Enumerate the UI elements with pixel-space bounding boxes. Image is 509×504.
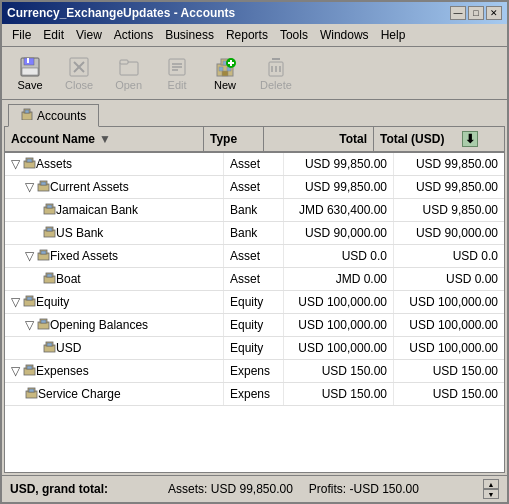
minimize-button[interactable]: — bbox=[450, 6, 466, 20]
menu-view[interactable]: View bbox=[70, 26, 108, 44]
table-row[interactable]: ▽ Opening Balances Equity USD 100,000.00… bbox=[5, 314, 504, 337]
svg-rect-3 bbox=[27, 58, 29, 63]
expand-chevron[interactable]: ▽ bbox=[25, 180, 35, 194]
tab-accounts-label: Accounts bbox=[37, 109, 86, 123]
cell-total-usd: USD 150.00 bbox=[394, 383, 504, 405]
row-icon bbox=[23, 363, 36, 379]
open-button[interactable]: Open bbox=[106, 51, 151, 95]
open-label: Open bbox=[115, 79, 142, 91]
row-icon bbox=[37, 179, 50, 195]
table-row[interactable]: Boat Asset JMD 0.00 USD 0.00 bbox=[5, 268, 504, 291]
table-row[interactable]: US Bank Bank USD 90,000.00 USD 90,000.00 bbox=[5, 222, 504, 245]
header-total-usd: Total (USD) ⬇ bbox=[374, 127, 484, 151]
svg-rect-62 bbox=[29, 389, 34, 392]
row-icon bbox=[23, 294, 36, 310]
cell-name: USD bbox=[5, 337, 224, 359]
cell-total: JMD 0.00 bbox=[284, 268, 394, 290]
cell-total-usd: USD 150.00 bbox=[394, 360, 504, 382]
cell-name: ▽ Fixed Assets bbox=[5, 245, 224, 267]
table-row[interactable]: ▽ Equity Equity USD 100,000.00 USD 100,0… bbox=[5, 291, 504, 314]
cell-type: Equity bbox=[224, 337, 284, 359]
cell-total-usd: USD 100,000.00 bbox=[394, 314, 504, 336]
row-icon bbox=[23, 156, 36, 172]
row-icon bbox=[25, 386, 38, 402]
cell-name: Jamaican Bank bbox=[5, 199, 224, 221]
svg-rect-53 bbox=[41, 320, 46, 323]
tab-accounts[interactable]: Accounts bbox=[8, 104, 99, 127]
expand-chevron[interactable]: ▽ bbox=[11, 157, 21, 171]
table-row[interactable]: ▽ Fixed Assets Asset USD 0.0 USD 0.0 bbox=[5, 245, 504, 268]
table-row[interactable]: USD Equity USD 100,000.00 USD 100,000.00 bbox=[5, 337, 504, 360]
main-window: Currency_ExchangeUpdates - Accounts — □ … bbox=[0, 0, 509, 504]
cell-type: Equity bbox=[224, 291, 284, 313]
cell-type: Expens bbox=[224, 360, 284, 382]
edit-button[interactable]: Edit bbox=[155, 51, 199, 95]
toolbar: Save Close Open Edit bbox=[2, 47, 507, 100]
window-controls: — □ ✕ bbox=[450, 6, 502, 20]
table-row[interactable]: Service Charge Expens USD 150.00 USD 150… bbox=[5, 383, 504, 406]
cell-type: Bank bbox=[224, 222, 284, 244]
menu-windows[interactable]: Windows bbox=[314, 26, 375, 44]
cell-type: Asset bbox=[224, 153, 284, 175]
tab-bar: Accounts bbox=[2, 100, 507, 126]
cell-name: Boat bbox=[5, 268, 224, 290]
cell-type: Expens bbox=[224, 383, 284, 405]
cell-total: USD 100,000.00 bbox=[284, 314, 394, 336]
cell-total-usd: USD 99,850.00 bbox=[394, 153, 504, 175]
cell-total: USD 99,850.00 bbox=[284, 176, 394, 198]
window-title: Currency_ExchangeUpdates - Accounts bbox=[7, 6, 235, 20]
status-values: Assets: USD 99,850.00 Profits: -USD 150.… bbox=[168, 482, 419, 496]
spinner-up[interactable]: ▲ bbox=[483, 479, 499, 489]
cell-type: Asset bbox=[224, 176, 284, 198]
delete-button[interactable]: Delete bbox=[251, 51, 301, 95]
svg-rect-16 bbox=[219, 67, 223, 71]
cell-total: JMD 630,400.00 bbox=[284, 199, 394, 221]
expand-chevron[interactable]: ▽ bbox=[11, 295, 21, 309]
cell-name: ▽ Expenses bbox=[5, 360, 224, 382]
svg-rect-56 bbox=[47, 343, 52, 346]
table-row[interactable]: Jamaican Bank Bank JMD 630,400.00 USD 9,… bbox=[5, 199, 504, 222]
maximize-button[interactable]: □ bbox=[468, 6, 484, 20]
row-icon bbox=[43, 202, 56, 218]
expand-chevron[interactable]: ▽ bbox=[25, 249, 35, 263]
table-row[interactable]: ▽ Assets Asset USD 99,850.00 USD 99,850.… bbox=[5, 153, 504, 176]
menu-business[interactable]: Business bbox=[159, 26, 220, 44]
expand-chevron[interactable]: ▽ bbox=[11, 364, 21, 378]
cell-total-usd: USD 9,850.00 bbox=[394, 199, 504, 221]
spinner-down[interactable]: ▼ bbox=[483, 489, 499, 499]
currency-spinner[interactable]: ▲ ▼ bbox=[483, 479, 499, 499]
cell-name: US Bank bbox=[5, 222, 224, 244]
close-button[interactable]: ✕ bbox=[486, 6, 502, 20]
menu-help[interactable]: Help bbox=[375, 26, 412, 44]
menu-edit[interactable]: Edit bbox=[37, 26, 70, 44]
expand-chevron[interactable]: ▽ bbox=[25, 318, 35, 332]
svg-rect-32 bbox=[27, 159, 32, 162]
save-icon bbox=[18, 55, 42, 79]
svg-rect-50 bbox=[27, 297, 32, 300]
save-button[interactable]: Save bbox=[8, 51, 52, 95]
delete-icon bbox=[264, 55, 288, 79]
download-icon[interactable]: ⬇ bbox=[462, 131, 478, 147]
cell-total: USD 90,000.00 bbox=[284, 222, 394, 244]
table-row[interactable]: ▽ Current Assets Asset USD 99,850.00 USD… bbox=[5, 176, 504, 199]
menu-actions[interactable]: Actions bbox=[108, 26, 159, 44]
svg-rect-2 bbox=[22, 68, 38, 75]
delete-label: Delete bbox=[260, 79, 292, 91]
close-button[interactable]: Close bbox=[56, 51, 102, 95]
header-account-name: Account Name ▼ bbox=[5, 127, 204, 151]
menu-tools[interactable]: Tools bbox=[274, 26, 314, 44]
header-type: Type bbox=[204, 127, 264, 151]
header-total: Total bbox=[264, 127, 374, 151]
account-name-sort-icon[interactable]: ▼ bbox=[99, 132, 111, 146]
table-row[interactable]: ▽ Expenses Expens USD 150.00 USD 150.00 bbox=[5, 360, 504, 383]
menu-reports[interactable]: Reports bbox=[220, 26, 274, 44]
content-area: Account Name ▼ Type Total Total (USD) ⬇ … bbox=[4, 126, 505, 473]
cell-total-usd: USD 90,000.00 bbox=[394, 222, 504, 244]
status-bar: USD, grand total: Assets: USD 99,850.00 … bbox=[2, 475, 507, 502]
cell-total-usd: USD 100,000.00 bbox=[394, 291, 504, 313]
svg-rect-47 bbox=[47, 274, 52, 277]
svg-rect-35 bbox=[41, 182, 46, 185]
new-icon bbox=[213, 55, 237, 79]
menu-file[interactable]: File bbox=[6, 26, 37, 44]
new-button[interactable]: New bbox=[203, 51, 247, 95]
